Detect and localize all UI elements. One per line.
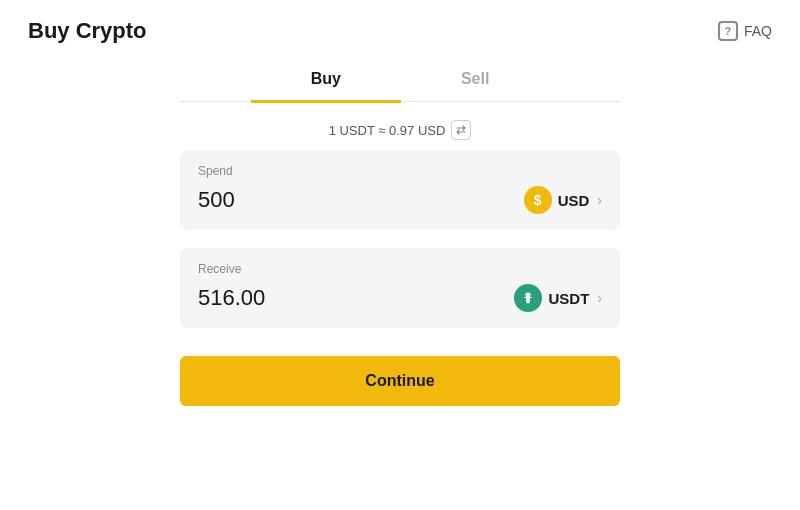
faq-label: FAQ bbox=[744, 23, 772, 39]
faq-button[interactable]: ? FAQ bbox=[718, 21, 772, 41]
spend-currency-label: USD bbox=[558, 192, 590, 209]
receive-currency-label: USDT bbox=[548, 290, 589, 307]
faq-icon: ? bbox=[718, 21, 738, 41]
receive-card: Receive 516.00 USDT › bbox=[180, 248, 620, 328]
main-content: Spend 500 $ USD › Receive 516.00 USDT › bbox=[0, 150, 800, 406]
tab-bar: Buy Sell bbox=[180, 58, 620, 102]
continue-button[interactable]: Continue bbox=[180, 356, 620, 406]
spend-label: Spend bbox=[198, 164, 602, 178]
receive-currency-selector[interactable]: USDT › bbox=[514, 284, 602, 312]
page-title: Buy Crypto bbox=[28, 18, 147, 44]
usd-icon: $ bbox=[524, 186, 552, 214]
receive-currency-chevron: › bbox=[597, 290, 602, 306]
rate-text: 1 USDT ≈ 0.97 USD bbox=[329, 123, 446, 138]
spend-card: Spend 500 $ USD › bbox=[180, 150, 620, 230]
rate-row: 1 USDT ≈ 0.97 USD bbox=[0, 120, 800, 140]
swap-icon[interactable] bbox=[451, 120, 471, 140]
spend-value[interactable]: 500 bbox=[198, 187, 235, 213]
tab-sell[interactable]: Sell bbox=[401, 60, 549, 103]
receive-label: Receive bbox=[198, 262, 602, 276]
tab-buy[interactable]: Buy bbox=[251, 60, 401, 103]
spend-currency-chevron: › bbox=[597, 192, 602, 208]
spend-currency-selector[interactable]: $ USD › bbox=[524, 186, 602, 214]
usdt-icon bbox=[514, 284, 542, 312]
receive-value: 516.00 bbox=[198, 285, 265, 311]
